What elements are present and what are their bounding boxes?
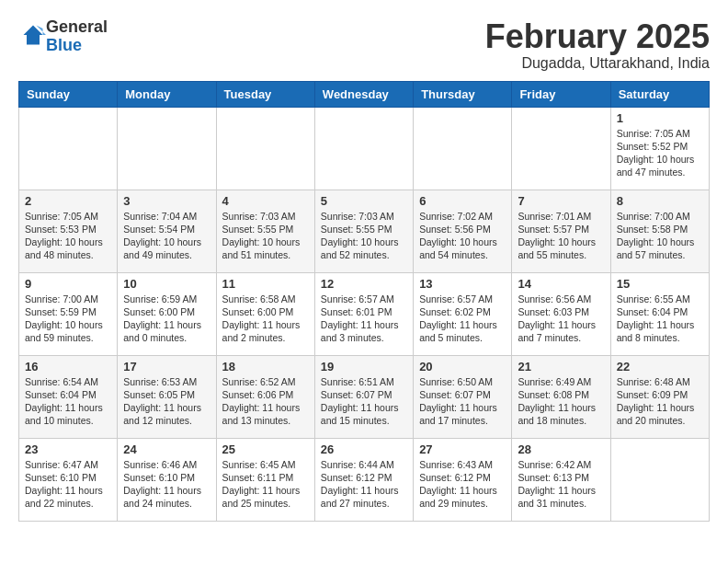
calendar-cell: 9Sunrise: 7:00 AM Sunset: 5:59 PM Daylig… [19, 272, 118, 355]
day-number: 14 [518, 277, 604, 291]
calendar-header-row: SundayMondayTuesdayWednesdayThursdayFrid… [19, 81, 710, 107]
day-info: Sunrise: 6:51 AM Sunset: 6:07 PM Dayligh… [321, 375, 407, 428]
day-number: 20 [419, 360, 506, 373]
day-number: 11 [222, 277, 309, 291]
weekday-header: Friday [512, 81, 610, 107]
day-number: 6 [419, 194, 506, 208]
day-info: Sunrise: 7:00 AM Sunset: 5:58 PM Dayligh… [617, 210, 703, 262]
calendar-cell: 27Sunrise: 6:43 AM Sunset: 6:12 PM Dayli… [414, 438, 512, 521]
calendar-cell: 17Sunrise: 6:53 AM Sunset: 6:05 PM Dayli… [118, 355, 216, 438]
day-number: 9 [25, 277, 111, 291]
calendar-table: SundayMondayTuesdayWednesdayThursdayFrid… [18, 81, 710, 522]
location-title: Dugadda, Uttarakhand, India [485, 55, 710, 72]
day-info: Sunrise: 6:50 AM Sunset: 6:07 PM Dayligh… [419, 375, 506, 428]
calendar-cell: 24Sunrise: 6:46 AM Sunset: 6:10 PM Dayli… [118, 438, 216, 521]
calendar-cell [118, 107, 216, 190]
calendar-cell: 13Sunrise: 6:57 AM Sunset: 6:02 PM Dayli… [414, 272, 512, 355]
calendar-cell: 2Sunrise: 7:05 AM Sunset: 5:53 PM Daylig… [19, 190, 118, 272]
day-number: 21 [518, 360, 604, 373]
calendar-week-row: 2Sunrise: 7:05 AM Sunset: 5:53 PM Daylig… [19, 190, 710, 272]
calendar-cell: 16Sunrise: 6:54 AM Sunset: 6:04 PM Dayli… [19, 355, 118, 438]
day-info: Sunrise: 6:48 AM Sunset: 6:09 PM Dayligh… [617, 375, 703, 428]
day-number: 25 [222, 442, 309, 456]
calendar-cell: 14Sunrise: 6:56 AM Sunset: 6:03 PM Dayli… [512, 272, 610, 355]
calendar-cell: 8Sunrise: 7:00 AM Sunset: 5:58 PM Daylig… [610, 190, 709, 272]
day-number: 8 [617, 194, 703, 208]
day-info: Sunrise: 6:59 AM Sunset: 6:00 PM Dayligh… [123, 293, 210, 345]
page-header: General Blue February 2025 Dugadda, Utta… [18, 18, 710, 72]
calendar-cell: 20Sunrise: 6:50 AM Sunset: 6:07 PM Dayli… [414, 355, 512, 438]
day-info: Sunrise: 6:55 AM Sunset: 6:04 PM Dayligh… [617, 293, 703, 345]
calendar-cell: 3Sunrise: 7:04 AM Sunset: 5:54 PM Daylig… [118, 190, 216, 272]
calendar-cell: 18Sunrise: 6:52 AM Sunset: 6:06 PM Dayli… [216, 355, 314, 438]
logo: General Blue [18, 18, 108, 55]
weekday-header: Wednesday [314, 81, 413, 107]
day-info: Sunrise: 6:43 AM Sunset: 6:12 PM Dayligh… [419, 458, 506, 511]
day-info: Sunrise: 7:04 AM Sunset: 5:54 PM Dayligh… [123, 210, 210, 262]
calendar-cell [216, 107, 314, 190]
calendar-week-row: 9Sunrise: 7:00 AM Sunset: 5:59 PM Daylig… [19, 272, 710, 355]
day-number: 5 [321, 194, 407, 208]
day-info: Sunrise: 6:42 AM Sunset: 6:13 PM Dayligh… [518, 458, 604, 511]
calendar-cell: 12Sunrise: 6:57 AM Sunset: 6:01 PM Dayli… [314, 272, 413, 355]
day-info: Sunrise: 7:01 AM Sunset: 5:57 PM Dayligh… [518, 210, 604, 262]
day-number: 13 [419, 277, 506, 291]
weekday-header: Saturday [610, 81, 709, 107]
calendar-cell: 1Sunrise: 7:05 AM Sunset: 5:52 PM Daylig… [610, 107, 709, 190]
calendar-cell: 7Sunrise: 7:01 AM Sunset: 5:57 PM Daylig… [512, 190, 610, 272]
weekday-header: Thursday [414, 81, 512, 107]
calendar-cell: 6Sunrise: 7:02 AM Sunset: 5:56 PM Daylig… [414, 190, 512, 272]
day-number: 19 [321, 360, 407, 373]
day-info: Sunrise: 6:57 AM Sunset: 6:01 PM Dayligh… [321, 293, 407, 345]
day-info: Sunrise: 7:05 AM Sunset: 5:53 PM Dayligh… [25, 210, 111, 262]
day-number: 18 [222, 360, 309, 373]
calendar-cell: 25Sunrise: 6:45 AM Sunset: 6:11 PM Dayli… [216, 438, 314, 521]
calendar-cell: 28Sunrise: 6:42 AM Sunset: 6:13 PM Dayli… [512, 438, 610, 521]
weekday-header: Monday [118, 81, 216, 107]
day-number: 3 [123, 194, 210, 208]
calendar-cell [414, 107, 512, 190]
day-info: Sunrise: 6:57 AM Sunset: 6:02 PM Dayligh… [419, 293, 506, 345]
day-number: 24 [123, 442, 210, 456]
calendar-cell: 4Sunrise: 7:03 AM Sunset: 5:55 PM Daylig… [216, 190, 314, 272]
day-info: Sunrise: 7:03 AM Sunset: 5:55 PM Dayligh… [222, 210, 309, 262]
day-number: 23 [25, 442, 111, 456]
day-info: Sunrise: 7:02 AM Sunset: 5:56 PM Dayligh… [419, 210, 506, 262]
day-number: 2 [25, 194, 111, 208]
day-info: Sunrise: 7:05 AM Sunset: 5:52 PM Dayligh… [617, 127, 703, 179]
calendar-cell [19, 107, 118, 190]
calendar-week-row: 16Sunrise: 6:54 AM Sunset: 6:04 PM Dayli… [19, 355, 710, 438]
month-title: February 2025 [485, 18, 710, 55]
calendar-cell: 22Sunrise: 6:48 AM Sunset: 6:09 PM Dayli… [610, 355, 709, 438]
calendar-cell: 11Sunrise: 6:58 AM Sunset: 6:00 PM Dayli… [216, 272, 314, 355]
day-info: Sunrise: 6:54 AM Sunset: 6:04 PM Dayligh… [25, 375, 111, 428]
day-number: 27 [419, 442, 506, 456]
calendar-cell [314, 107, 413, 190]
day-number: 7 [518, 194, 604, 208]
day-number: 15 [617, 277, 703, 291]
day-number: 28 [518, 442, 604, 456]
day-info: Sunrise: 6:53 AM Sunset: 6:05 PM Dayligh… [123, 375, 210, 428]
day-number: 26 [321, 442, 407, 456]
calendar-cell: 21Sunrise: 6:49 AM Sunset: 6:08 PM Dayli… [512, 355, 610, 438]
calendar-cell: 26Sunrise: 6:44 AM Sunset: 6:12 PM Dayli… [314, 438, 413, 521]
day-info: Sunrise: 6:46 AM Sunset: 6:10 PM Dayligh… [123, 458, 210, 511]
calendar-cell: 15Sunrise: 6:55 AM Sunset: 6:04 PM Dayli… [610, 272, 709, 355]
logo-icon [20, 22, 46, 48]
calendar-cell: 10Sunrise: 6:59 AM Sunset: 6:00 PM Dayli… [118, 272, 216, 355]
calendar-cell [512, 107, 610, 190]
weekday-header: Sunday [19, 81, 118, 107]
calendar-cell: 5Sunrise: 7:03 AM Sunset: 5:55 PM Daylig… [314, 190, 413, 272]
day-number: 16 [25, 360, 111, 373]
title-block: February 2025 Dugadda, Uttarakhand, Indi… [485, 18, 710, 72]
logo-text: General Blue [46, 18, 108, 55]
day-info: Sunrise: 6:47 AM Sunset: 6:10 PM Dayligh… [25, 458, 111, 511]
day-info: Sunrise: 6:44 AM Sunset: 6:12 PM Dayligh… [321, 458, 407, 511]
calendar-week-row: 23Sunrise: 6:47 AM Sunset: 6:10 PM Dayli… [19, 438, 710, 521]
calendar-cell: 19Sunrise: 6:51 AM Sunset: 6:07 PM Dayli… [314, 355, 413, 438]
calendar-cell [610, 438, 709, 521]
day-number: 10 [123, 277, 210, 291]
day-info: Sunrise: 6:49 AM Sunset: 6:08 PM Dayligh… [518, 375, 604, 428]
calendar-week-row: 1Sunrise: 7:05 AM Sunset: 5:52 PM Daylig… [19, 107, 710, 190]
day-number: 1 [617, 111, 703, 125]
